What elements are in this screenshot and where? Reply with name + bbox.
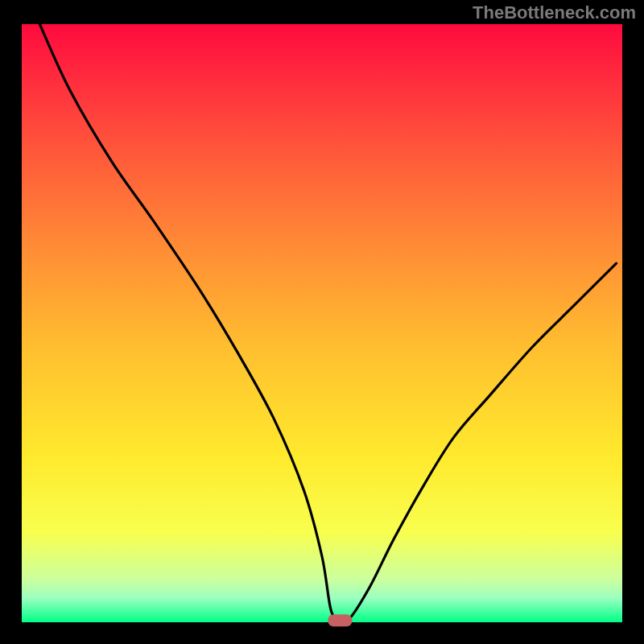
watermark-text: TheBottleneck.com <box>473 2 636 23</box>
bottleneck-chart <box>0 0 644 644</box>
chart-container: TheBottleneck.com <box>0 0 644 644</box>
minimum-marker <box>328 614 352 626</box>
plot-background <box>22 24 622 622</box>
